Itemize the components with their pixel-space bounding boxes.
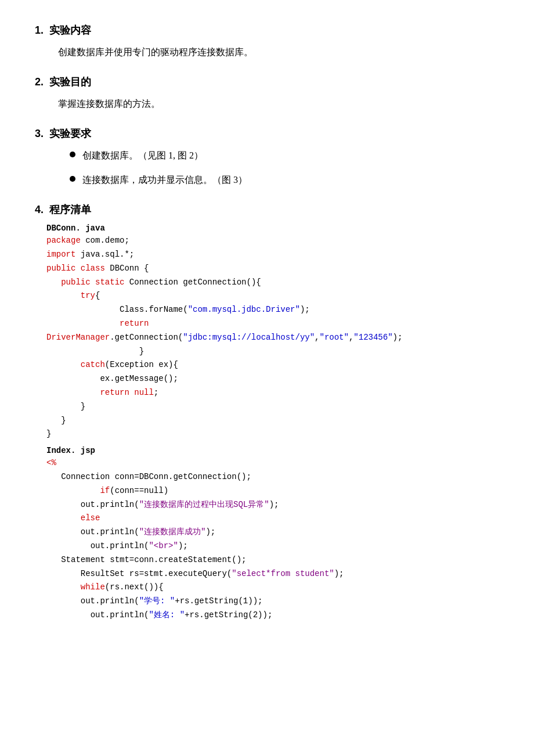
jsp-line-3: if(conn==null) [46,484,499,498]
jsp-line-11: out.println("学号: "+rs.getString(1)); [46,595,499,609]
section-2-text: 掌握连接数据库的方法。 [58,99,160,109]
code-line-6: Class.forName("com.mysql.jdbc.Driver"); [46,303,499,317]
section-1-number: 1. [35,24,44,36]
code-line-7: return [46,317,499,331]
code-line-2: import java.sql.*; [46,248,499,262]
jsp-line-6: out.println("连接数据库成功"); [46,525,499,539]
index-code: <% Connection conn=DBConn.getConnection(… [46,456,499,622]
section-3: 3. 实验要求 创建数据库。（见图 1, 图 2） 连接数据库，成功并显示信息。… [35,127,499,189]
code-line-1: package com.demo; [46,234,499,248]
list-item-2-text: 连接数据库，成功并显示信息。（图 3） [82,172,247,189]
section-4: 4. 程序清单 DBConn. java package com.demo; i… [35,203,499,622]
section-1: 1. 实验内容 创建数据库并使用专门的驱动程序连接数据库。 [35,23,499,61]
section-2: 2. 实验目的 掌握连接数据库的方法。 [35,75,499,113]
jsp-line-10: while(rs.next()){ [46,581,499,595]
section-2-number: 2. [35,76,44,88]
section-2-header: 2. 实验目的 [35,75,499,89]
code-line-4: public static Connection getConnection()… [46,276,499,290]
jsp-line-2: Connection conn=DBConn.getConnection(); [46,470,499,484]
section-3-header: 3. 实验要求 [35,127,499,141]
code-line-14: } [46,414,499,428]
jsp-line-8: Statement stmt=conn.createStatement(); [46,553,499,567]
bullet-dot-1 [70,152,75,157]
section-1-text: 创建数据库并使用专门的驱动程序连接数据库。 [58,47,253,57]
code-line-12: return null; [46,386,499,400]
jsp-line-4: out.println("连接数据库的过程中出现SQL异常"); [46,498,499,512]
jsp-line-12: out.println("姓名: "+rs.getString(2)); [46,609,499,622]
list-item-1-text: 创建数据库。（见图 1, 图 2） [82,147,203,164]
section-1-header: 1. 实验内容 [35,23,499,37]
code-line-15: } [46,427,499,441]
section-2-title: 实验目的 [49,76,91,88]
code-line-3: public class DBConn { [46,262,499,276]
jsp-line-1: <% [46,456,499,470]
code-line-11: ex.getMessage(); [46,372,499,386]
section-3-content: 创建数据库。（见图 1, 图 2） 连接数据库，成功并显示信息。（图 3） [58,147,499,189]
section-1-title: 实验内容 [49,24,91,36]
dbconn-code: package com.demo; import java.sql.*; pub… [46,234,499,441]
jsp-line-5: else [46,512,499,525]
jsp-line-9: ResultSet rs=stmt.executeQuery("select*f… [46,567,499,581]
section-2-content: 掌握连接数据库的方法。 [58,96,499,113]
code-line-8: DriverManager.getConnection("jdbc:mysql:… [46,331,499,345]
section-4-title: 程序清单 [49,204,91,215]
bullet-dot-2 [70,176,75,182]
section-4-number: 4. [35,204,44,215]
code-line-9: } [46,345,499,359]
section-4-header: 4. 程序清单 [35,203,499,217]
code-line-5: try{ [46,289,499,303]
section-1-content: 创建数据库并使用专门的驱动程序连接数据库。 [58,44,499,61]
code-line-10: catch(Exception ex){ [46,358,499,372]
dbconn-filename: DBConn. java [46,224,499,233]
section-3-title: 实验要求 [49,128,91,139]
list-item-2: 连接数据库，成功并显示信息。（图 3） [70,172,499,189]
jsp-line-7: out.println("<br>"); [46,539,499,553]
code-line-13: } [46,400,499,414]
section-3-number: 3. [35,128,44,139]
index-filename: Index. jsp [46,446,499,455]
section-3-list: 创建数据库。（见图 1, 图 2） 连接数据库，成功并显示信息。（图 3） [70,147,499,189]
list-item-1: 创建数据库。（见图 1, 图 2） [70,147,499,164]
